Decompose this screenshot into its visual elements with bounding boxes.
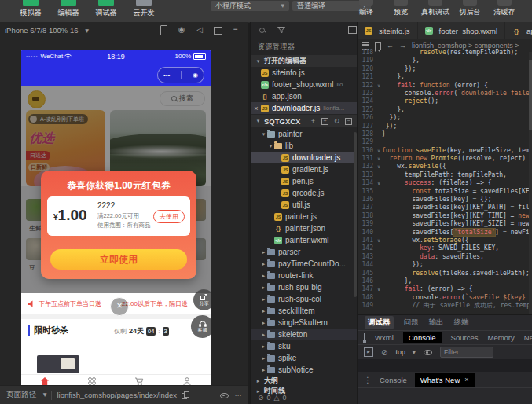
- close-icon[interactable]: ×: [251, 105, 261, 112]
- devtools-tab[interactable]: Wxml: [375, 333, 394, 342]
- whats-new-tab[interactable]: What's New ×: [415, 373, 475, 387]
- tree-item[interactable]: ▸rush-spu-big: [251, 281, 357, 293]
- tree-item[interactable]: JSpen.js: [251, 175, 357, 187]
- tree-item[interactable]: ▸payTimeCountDo...: [251, 258, 357, 270]
- tree-item[interactable]: ▸parser: [251, 246, 357, 258]
- eye-icon[interactable]: [220, 392, 229, 398]
- context-selector[interactable]: top ▾: [395, 348, 416, 356]
- toolbar-button[interactable]: 真机调试: [422, 0, 449, 17]
- open-editors-header[interactable]: ▾ 打开的编辑器: [251, 55, 357, 67]
- open-editor-item[interactable]: JSsiteinfo.js: [251, 67, 357, 79]
- phone-frame-icon[interactable]: [159, 25, 168, 37]
- refresh-icon[interactable]: ↻: [333, 118, 340, 125]
- debugger-tab[interactable]: 输出: [429, 318, 444, 328]
- page-path-selector[interactable]: 页面路径 ▾: [6, 390, 46, 400]
- editor-tab[interactable]: </>footer_shop.wxml: [418, 22, 505, 39]
- devtools-tab[interactable]: Netwo: [524, 333, 532, 342]
- code-line: 149// 由于 saveFile 成功后, res.tempFilePath: [358, 302, 532, 310]
- service-float-button[interactable]: 客服: [191, 315, 211, 338]
- toolbar-button[interactable]: 清缓存: [491, 0, 518, 17]
- inspect-element-icon[interactable]: [364, 333, 365, 342]
- toolbar-button[interactable]: 预览: [387, 0, 414, 17]
- tree-item[interactable]: ▸subNotice: [251, 364, 357, 376]
- tree-item[interactable]: JSgradient.js: [251, 163, 357, 175]
- code-area[interactable]: 118resolve(res.tempFilePath);119},120});…: [358, 49, 532, 311]
- toolbar-button[interactable]: 切后台: [457, 0, 483, 17]
- tree-item[interactable]: JSqrcode.js: [251, 187, 357, 199]
- new-folder-icon[interactable]: +: [321, 118, 328, 125]
- clear-console-icon[interactable]: ⊘: [381, 348, 387, 357]
- fold-icon[interactable]: ∨: [376, 163, 382, 171]
- eye-icon[interactable]: [424, 349, 432, 355]
- device-selector[interactable]: iPhone 6/7/8 100% 16 ▾: [5, 26, 89, 35]
- record-icon[interactable]: ◉: [177, 25, 186, 37]
- problems-status[interactable]: ⊘ 0 △ 0: [258, 394, 287, 402]
- kebab-menu-icon[interactable]: ⋮: [364, 376, 372, 384]
- fold-icon[interactable]: ∨: [376, 82, 382, 90]
- editor-tab[interactable]: {}ap: [505, 22, 532, 39]
- toolbar-button[interactable]: 编译: [353, 0, 380, 17]
- toolbar-button[interactable]: 调试器: [93, 0, 119, 18]
- fold-icon[interactable]: ∨: [376, 179, 382, 187]
- fold-icon[interactable]: ∨: [376, 237, 382, 244]
- filter-input[interactable]: [440, 347, 493, 358]
- explorer-scrollbar[interactable]: [354, 132, 357, 297]
- fold-icon[interactable]: ∨: [376, 285, 382, 293]
- tree-item[interactable]: ▸router-link: [251, 270, 357, 281]
- mute-icon[interactable]: ◁: [195, 25, 204, 37]
- debugger-tab[interactable]: 调试器: [365, 316, 394, 329]
- use-now-button[interactable]: 立即使用: [50, 249, 187, 270]
- capsule-menu[interactable]: ••• ◉: [157, 67, 204, 83]
- fold-icon[interactable]: ∨: [376, 147, 382, 155]
- new-file-icon[interactable]: +: [310, 118, 317, 125]
- tree-item[interactable]: ▾painter: [251, 128, 357, 140]
- menu-icon[interactable]: ≡: [231, 25, 240, 37]
- project-header[interactable]: ▾ SQTGXCX + + ↻ −: [251, 115, 357, 127]
- product-image[interactable]: [37, 355, 79, 373]
- devtools-tab[interactable]: Sources: [451, 333, 479, 342]
- tree-item[interactable]: ▸skeleton: [251, 329, 357, 340]
- tree-item[interactable]: {}painter.json: [251, 222, 357, 234]
- layout-icon[interactable]: [348, 24, 357, 35]
- tree-item[interactable]: ▸sku: [251, 340, 357, 352]
- search-icon[interactable]: [259, 28, 265, 33]
- toolbar-button[interactable]: 云开发: [130, 0, 157, 18]
- mode-dropdown[interactable]: 小程序模式 ▾: [211, 1, 289, 11]
- console-tab[interactable]: Console: [380, 376, 407, 384]
- debugger-tab[interactable]: 问题: [404, 318, 419, 328]
- file-name: subNotice: [278, 365, 313, 374]
- outline-section[interactable]: ▸ 大纲: [251, 376, 359, 386]
- modal-close-icon[interactable]: ×: [110, 297, 129, 316]
- tree-item[interactable]: ▸rush-spu-col: [251, 293, 357, 305]
- editor-tab[interactable]: JSsiteinfo.js: [358, 22, 418, 39]
- tree-item[interactable]: ▸spike: [251, 352, 357, 364]
- tree-item[interactable]: </>painter.wxml: [251, 234, 357, 246]
- open-editor-item[interactable]: ×JSdownloader.jslionfis...: [251, 102, 357, 114]
- fold-icon[interactable]: ∨: [376, 155, 382, 163]
- toolbar-button[interactable]: 模拟器: [17, 0, 44, 18]
- share-float-button[interactable]: 分享: [193, 289, 211, 310]
- tree-item[interactable]: JSutil.js: [251, 199, 357, 211]
- tree-item[interactable]: ▾lib: [251, 140, 357, 152]
- editor-scrollbar[interactable]: [529, 52, 532, 314]
- window-icon[interactable]: [213, 25, 222, 37]
- debugger-tab[interactable]: 终端: [454, 318, 469, 328]
- devtools-tab[interactable]: Console: [403, 332, 442, 343]
- copy-icon[interactable]: [182, 391, 188, 398]
- open-editor-item[interactable]: </>footer_shop.wxmllio...: [251, 79, 357, 90]
- tree-item[interactable]: JSpainter.js: [251, 211, 357, 222]
- collapse-all-icon[interactable]: −: [345, 118, 352, 125]
- use-coupon-link[interactable]: 去使用: [153, 210, 185, 223]
- tree-item[interactable]: ▸seckillItem: [251, 305, 357, 317]
- code-line: 122∨fail: function (error) {: [358, 82, 532, 90]
- tree-item[interactable]: ▸singleSkuItem: [251, 317, 357, 329]
- open-editor-item[interactable]: {}app.json: [251, 90, 357, 102]
- devtools-tab[interactable]: Memory: [487, 333, 514, 342]
- run-icon[interactable]: ▶: [364, 347, 373, 357]
- close-icon[interactable]: ×: [464, 376, 468, 384]
- toolbar-button[interactable]: 编辑器: [55, 0, 82, 18]
- toolbar-button-icon: [463, 0, 477, 6]
- more-icon[interactable]: ⋯: [235, 391, 243, 399]
- tree-item[interactable]: JSdownloader.js: [251, 152, 357, 163]
- filter-icon[interactable]: [277, 27, 285, 33]
